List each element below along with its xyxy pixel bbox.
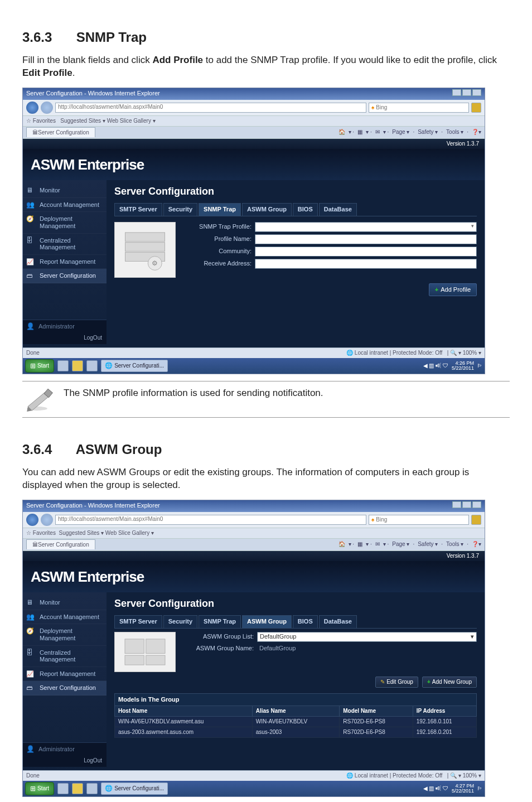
input-profile-name[interactable] (255, 234, 477, 244)
help-menu[interactable]: ❓▾ (472, 128, 481, 136)
select-group-list[interactable]: DefaultGroup▾ (257, 632, 477, 642)
browser-tab[interactable]: 🏛 Server Configuration (26, 127, 95, 137)
col-host[interactable]: Host Name (115, 706, 253, 716)
page-menu[interactable]: Page ▾ (392, 540, 409, 548)
tab-smtp[interactable]: SMTP Server (114, 615, 162, 627)
taskbar-icon-2[interactable] (72, 360, 83, 371)
logout-link[interactable]: LogOut (23, 333, 107, 344)
label-group-list: ASWM Group List: (185, 632, 257, 641)
forward-button[interactable] (41, 514, 53, 526)
add-new-group-button[interactable]: Add New Group (422, 677, 477, 688)
tab-database[interactable]: DataBase (319, 203, 357, 215)
taskbar-icon-3[interactable] (86, 783, 98, 794)
search-go-icon[interactable] (471, 103, 481, 113)
sidebar-item-server-config[interactable]: Server Configuration (23, 269, 107, 283)
select-snmp-profile[interactable] (255, 222, 477, 232)
label-community: Community: (182, 247, 255, 255)
tools-menu[interactable]: Tools ▾ (446, 128, 463, 136)
feed-icon[interactable]: ▦ (357, 540, 362, 548)
url-input[interactable]: http://localhost/aswment/Main.aspx#Main0 (55, 103, 366, 113)
pencil-icon (25, 387, 56, 412)
note-snmp-text: The SNMP profile information is used for… (64, 387, 323, 400)
window-buttons[interactable] (451, 501, 481, 510)
back-button[interactable] (26, 102, 38, 114)
tab-smtp[interactable]: SMTP Server (114, 203, 162, 215)
taskbar-icon-2[interactable] (72, 783, 83, 794)
search-input[interactable]: ♠Bing (369, 515, 469, 525)
sidebar-item-server-config[interactable]: Server Configuration (23, 681, 107, 695)
taskbar-icon-3[interactable] (86, 360, 98, 371)
sidebar-item-deployment[interactable]: Deployment Management (23, 624, 107, 645)
safety-menu[interactable]: Safety ▾ (418, 540, 438, 548)
tray-flag-icon[interactable]: 🏳 (477, 785, 482, 793)
start-button[interactable]: Start (25, 359, 54, 373)
zone-icon: 🌐 (346, 350, 353, 356)
tab-aswm-group[interactable]: ASWM Group (242, 203, 292, 215)
window-buttons[interactable] (451, 89, 481, 98)
sidebar-item-account[interactable]: Account Management (23, 198, 107, 212)
home-icon[interactable]: 🏠 (338, 128, 345, 136)
tray-icon[interactable]: ◀ ▥ 🕬 🛡 (423, 785, 448, 793)
taskbar-icon-1[interactable] (57, 783, 69, 794)
col-model[interactable]: Model Name (340, 706, 413, 716)
taskbar-icon-1[interactable] (57, 360, 69, 371)
sidebar-item-centralized[interactable]: Centralized Management (23, 646, 107, 667)
sidebar-item-report[interactable]: Report Management (23, 255, 107, 269)
search-go-icon[interactable] (471, 515, 481, 525)
version-row: Version 1.3.7 (23, 139, 485, 149)
aswm-logo: ASWM Enterprise (31, 154, 144, 175)
taskbar-task[interactable]: Server Configurati... (101, 782, 168, 794)
svg-text:⚙: ⚙ (152, 259, 158, 267)
home-icon[interactable]: 🏠 (338, 540, 345, 548)
server-icon (26, 272, 35, 281)
windows-taskbar: Start Server Configurati... ◀ ▥ 🕬 🛡 4:26… (23, 358, 485, 374)
value-group-name: DefaultGroup (257, 644, 296, 653)
tools-menu[interactable]: Tools ▾ (446, 540, 463, 548)
status-zoom: 100% (463, 350, 477, 356)
url-input[interactable]: http://localhost/aswment/Main.aspx#Main0 (55, 515, 366, 525)
tab-security[interactable]: Security (163, 615, 197, 627)
add-profile-button[interactable]: + Add Profile (429, 283, 477, 296)
tab-bios[interactable]: BIOS (293, 615, 318, 627)
tab-aswm-group[interactable]: ASWM Group (242, 615, 292, 627)
account-icon (26, 613, 35, 622)
safety-menu[interactable]: Safety ▾ (418, 128, 438, 136)
col-alias[interactable]: Alias Name (252, 706, 340, 716)
sidebar-item-centralized[interactable]: Centralized Management (23, 234, 107, 255)
fav-links[interactable]: Suggested Sites ▾ Web Slice Gallery ▾ (60, 118, 155, 124)
tab-bios[interactable]: BIOS (293, 203, 318, 215)
monitor-icon (26, 599, 35, 608)
sidebar-item-report[interactable]: Report Management (23, 667, 107, 682)
table-row[interactable]: asus-2003.aswment.asus.com asus-2003 RS7… (115, 727, 477, 737)
tab-snmp-trap[interactable]: SNMP Trap (199, 615, 241, 627)
sidebar-item-account[interactable]: Account Management (23, 610, 107, 625)
input-receive-address[interactable] (255, 259, 477, 269)
mail-icon[interactable]: ✉ (375, 128, 380, 136)
favorites-label[interactable]: ☆ Favorites (26, 530, 56, 536)
search-input[interactable]: ♠Bing (369, 103, 469, 113)
chevron-down-icon: ▾ (471, 632, 474, 641)
sidebar-item-monitor[interactable]: Monitor (23, 183, 107, 198)
page-menu[interactable]: Page ▾ (392, 128, 409, 136)
tab-snmp-trap[interactable]: SNMP Trap (199, 203, 241, 215)
table-row[interactable]: WIN-AV6EU7KBDLV.aswment.asu WIN-AV6EU7KB… (115, 716, 477, 727)
tab-database[interactable]: DataBase (319, 615, 357, 627)
start-button[interactable]: Start (25, 782, 54, 796)
favorites-label[interactable]: ☆ Favorites (26, 118, 56, 124)
taskbar-task[interactable]: Server Configurati... (101, 360, 168, 371)
tray-icon[interactable]: ◀ ▥ 🕬 🛡 (423, 362, 448, 370)
logout-link[interactable]: LogOut (23, 756, 107, 767)
feed-icon[interactable]: ▦ (357, 128, 362, 136)
edit-group-button[interactable]: Edit Group (375, 677, 418, 688)
sidebar-item-monitor[interactable]: Monitor (23, 596, 107, 610)
browser-tab[interactable]: 🏛 Server Configuration (26, 539, 95, 549)
back-button[interactable] (26, 514, 38, 526)
tab-security[interactable]: Security (163, 203, 197, 215)
tray-flag-icon[interactable]: 🏳 (477, 363, 482, 370)
forward-button[interactable] (41, 102, 53, 114)
mail-icon[interactable]: ✉ (375, 540, 380, 548)
col-ip[interactable]: IP Address (413, 706, 476, 716)
sidebar-item-deployment[interactable]: Deployment Management (23, 212, 107, 233)
input-community[interactable] (255, 247, 477, 257)
help-menu[interactable]: ❓▾ (472, 540, 481, 548)
